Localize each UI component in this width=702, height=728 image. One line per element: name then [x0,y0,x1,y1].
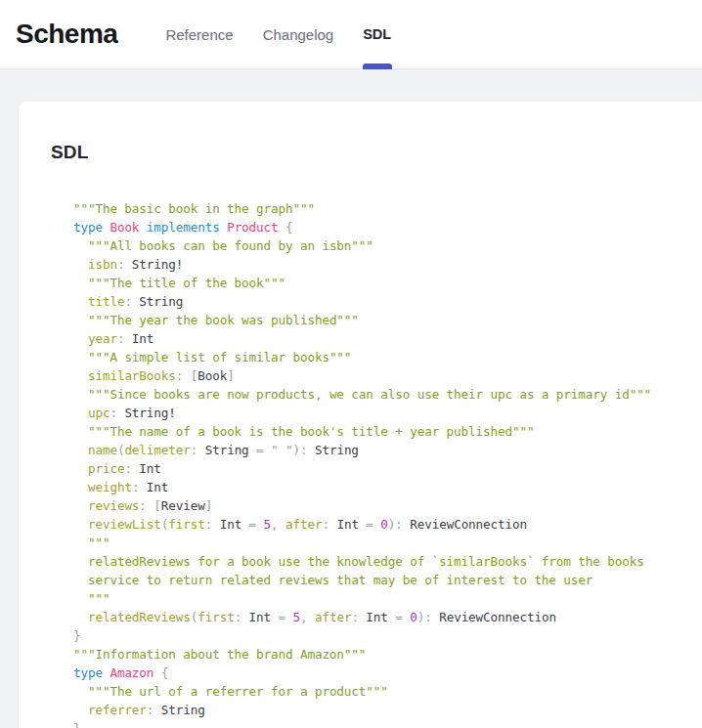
code-line: """ [73,589,702,608]
tab-sdl[interactable]: SDL [348,0,406,68]
code-line: """The name of a book is the book's titl… [73,422,702,441]
sdl-heading: SDL [51,142,702,163]
code-line: """The url of a referrer for a product""… [73,682,702,701]
code-line: """ [73,534,702,552]
code-line: """The title of the book""" [73,274,702,292]
code-line: """Since books are now products, we can … [73,385,702,404]
sdl-card: SDL """The basic book in the graph"""typ… [19,102,702,728]
code-line: price: Int [73,459,702,478]
code-line: """The year the book was published""" [73,311,702,329]
page: Schema ReferenceChangelogSDL SDL """The … [0,0,702,728]
code-line: title: String [73,292,702,311]
code-line: type Book implements Product { [73,218,702,236]
content: SDL """The basic book in the graph"""typ… [0,69,702,728]
code-line: relatedReviews for a book use the knowle… [73,552,702,571]
tab-bar: ReferenceChangelogSDL [151,0,406,68]
tab-reference[interactable]: Reference [151,0,247,68]
code-line: isbn: String! [73,255,702,274]
code-line: """A simple list of similar books""" [73,348,702,366]
code-line: upc: String! [73,404,702,422]
code-line: """All books can be found by an isbn""" [73,236,702,255]
page-title: Schema [16,19,117,50]
code-line: weight: Int [73,478,702,496]
code-line: } [73,626,702,645]
code-line: reviews: [Review] [73,496,702,515]
code-line: similarBooks: [Book] [73,366,702,385]
code-line: referrer: String [73,701,702,719]
code-line: name(delimeter: String = " "): String [73,441,702,459]
code-line: relatedReviews(first: Int = 5, after: In… [73,608,702,626]
tab-label: Reference [165,26,233,43]
code-line: """Information about the brand Amazon""" [73,645,702,664]
sdl-code-block: """The basic book in the graph"""type Bo… [73,199,702,728]
code-line: reviewList(first: Int = 5, after: Int = … [73,515,702,534]
tab-label: SDL [363,26,391,42]
tab-label: Changelog [263,26,334,43]
code-line: service to return related reviews that m… [73,571,702,589]
code-line: year: Int [73,329,702,348]
code-line: type Amazon { [73,664,702,682]
active-tab-indicator [363,64,392,69]
code-line: """The basic book in the graph""" [73,199,702,218]
tab-changelog[interactable]: Changelog [248,0,349,68]
header: Schema ReferenceChangelogSDL [0,0,702,69]
code-line: } [73,719,702,728]
